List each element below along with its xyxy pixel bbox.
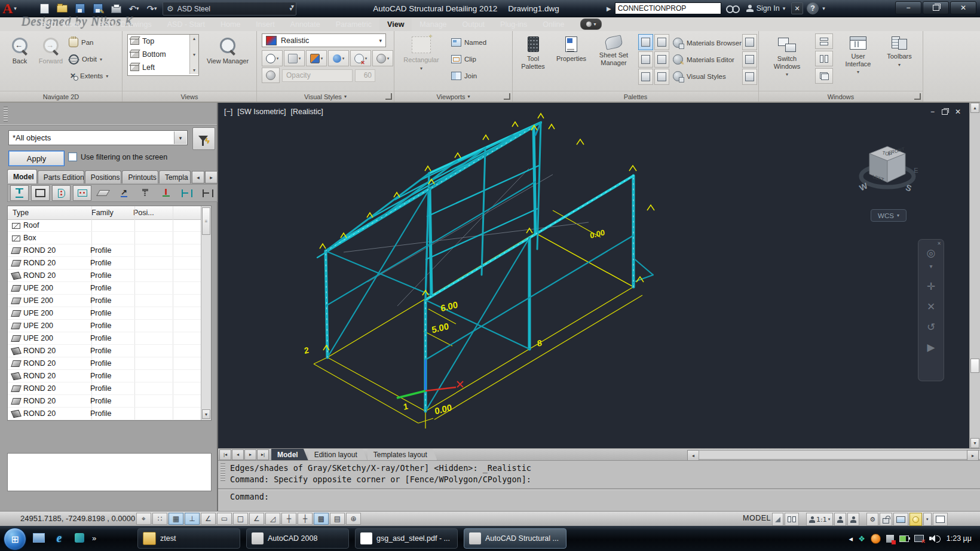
command-grip[interactable] [220, 463, 225, 481]
status-toggle-button[interactable]: ▦ [169, 513, 183, 525]
apply-button[interactable]: Apply [8, 151, 65, 166]
show-motion-icon[interactable]: ▶ [927, 342, 935, 353]
monochrome-button[interactable]: ▾ [372, 50, 393, 66]
dashboard-button[interactable] [638, 34, 653, 50]
visual-styles-palette-button[interactable]: Visual Styles [673, 68, 726, 84]
viewport-view-control[interactable]: [SW Isometric] [237, 108, 286, 116]
status-toggle-button[interactable]: ⊥ [185, 513, 200, 525]
column-header-family[interactable]: Family [91, 209, 133, 217]
battery-icon[interactable] [899, 535, 909, 542]
status-toggle-button[interactable]: ⌖ [136, 513, 151, 525]
clean-screen-button[interactable] [933, 513, 948, 526]
status-toggle-button[interactable]: ∠ [201, 513, 216, 525]
ribbon-tab[interactable]: ASD - Start [160, 18, 213, 31]
quickview-drawings-button[interactable] [785, 513, 799, 526]
hardware-accel-button[interactable] [893, 513, 908, 526]
viewport-style-control[interactable]: [Realistic] [291, 108, 323, 116]
ribbon-tab[interactable]: Manage [412, 18, 454, 31]
nav-orbit-icon[interactable]: ↺ [927, 322, 935, 332]
table-row[interactable]: UPE 200 Profile [8, 320, 201, 332]
face-color-button[interactable]: ▾ [306, 50, 327, 66]
design-center-button[interactable] [654, 69, 669, 85]
forward-button[interactable]: → Forward [33, 33, 68, 89]
dispatch-button[interactable]: ↗ [115, 185, 133, 201]
palette-grip[interactable] [4, 106, 8, 122]
extents-button[interactable]: ✕Extents▾ [67, 68, 110, 84]
ribbon-tab[interactable]: Online [535, 18, 572, 31]
table-scrollbar[interactable]: ≡ ▾ [201, 206, 211, 420]
scroll-up-icon[interactable]: ▴ [970, 103, 979, 113]
dialog-launcher-icon[interactable] [385, 93, 392, 100]
panel-label-windows[interactable]: Windows [759, 91, 923, 102]
markup-button[interactable] [654, 34, 669, 50]
last-layout-icon[interactable]: ▸| [257, 449, 269, 460]
show-groups-button[interactable] [198, 185, 217, 201]
external-refs-button[interactable] [638, 69, 653, 85]
table-row[interactable]: UPE 200 Profile [8, 307, 201, 320]
status-toggle-button[interactable]: ∷ [152, 513, 167, 525]
status-toggle-button[interactable]: ⊕ [346, 513, 361, 525]
table-row[interactable]: ROND 20 Profile [8, 270, 201, 282]
show-sheets-button[interactable] [94, 185, 112, 201]
tile-vertical-button[interactable] [815, 51, 833, 66]
horizontal-scrollbar[interactable] [699, 450, 980, 460]
ribbon-tab[interactable]: Output [455, 18, 493, 31]
sign-in-button[interactable]: Sign In ▾ [744, 4, 788, 13]
scrollbar-thumb[interactable]: ≡ [202, 207, 210, 235]
column-header-type[interactable]: Type [8, 209, 91, 217]
viewport-minimize-control[interactable]: [−] [224, 108, 232, 116]
prev-layout-icon[interactable]: ◂ [232, 449, 244, 460]
tab-scroll-left-icon[interactable]: ◂ [192, 171, 204, 183]
first-layout-icon[interactable]: |◂ [219, 449, 231, 460]
opacity-toggle-button[interactable] [262, 68, 280, 83]
exchange-apps-icon[interactable]: ✕ [791, 2, 803, 14]
viewport-vertical-scrollbar[interactable]: ▴ ▾ [969, 103, 980, 448]
cascade-button[interactable] [815, 68, 833, 84]
view-list-item[interactable]: Bottom [128, 48, 198, 61]
tray-expand-icon[interactable]: ◂ [849, 534, 853, 543]
orbit-button[interactable]: Orbit▾ [67, 51, 104, 67]
status-toggle-button[interactable]: □ [233, 513, 248, 525]
taskbar-button[interactable]: ztest [137, 528, 240, 549]
drawing-viewport[interactable]: [−] [SW Isometric] [Realistic] − ✕ 6.005… [218, 103, 969, 448]
infocenter-search-input[interactable] [615, 2, 721, 14]
object-filter-dropdown[interactable]: *All objects ▾ [8, 130, 188, 145]
dialog-launcher-icon[interactable] [504, 93, 510, 100]
tile-horizontal-button[interactable] [815, 33, 833, 49]
toolbar-lock-button[interactable] [880, 513, 892, 526]
shaded-button[interactable]: ▾ [328, 50, 349, 66]
show-boxes-button[interactable] [31, 185, 50, 201]
panel-label-views[interactable]: Views [122, 91, 256, 102]
tray-app-icon[interactable]: ❖ [858, 534, 865, 543]
table-row[interactable]: UPE 200 Profile [8, 332, 201, 345]
status-toggle-button[interactable]: ┼ [281, 513, 296, 525]
model-space-label[interactable]: MODEL [743, 514, 771, 522]
table-row[interactable]: ROND 20 Profile [8, 408, 201, 420]
materials-browser-button[interactable]: Materials Browser [673, 35, 742, 51]
named-viewport-button[interactable]: Named [449, 35, 488, 50]
table-row[interactable]: ROND 20 Profile [8, 370, 201, 382]
help-dropdown-icon[interactable]: ▾ [822, 5, 825, 11]
app-menu-button[interactable]: A ▾ [2, 1, 29, 16]
drawing-minimize-icon[interactable]: − [930, 108, 935, 116]
ribbon-tab[interactable]: ASD - Model [33, 18, 91, 31]
new-file-button[interactable] [37, 2, 51, 15]
user-interface-button[interactable]: User Interface ▾ [838, 33, 878, 89]
open-file-button[interactable] [55, 2, 69, 15]
workspace-switcher[interactable]: ⚙ ASD Steel ▾ [163, 2, 296, 16]
chevron-down-icon[interactable]: ▾ [136, 5, 139, 11]
xray-button[interactable]: ▾ [350, 50, 371, 66]
ribbon-tab[interactable]: Plug-ins [492, 18, 535, 31]
filter-button[interactable]: ϟ [192, 127, 215, 150]
table-row[interactable]: UPE 200 Profile [8, 282, 201, 295]
ribbon-tab[interactable]: ASD - Drawings [91, 18, 160, 31]
inspector-tab[interactable]: Printouts [122, 170, 158, 183]
opacity-slider[interactable]: Opacity [282, 69, 353, 82]
join-viewport-button[interactable]: Join [449, 68, 479, 84]
quickcalc-list-button[interactable] [638, 51, 653, 68]
show-frames-button[interactable] [177, 185, 196, 201]
chevron-down-icon[interactable]: ▾ [929, 261, 932, 271]
panel-label-viewports[interactable]: Viewports▾ [394, 91, 512, 102]
wcs-button[interactable]: WCS▾ [871, 209, 906, 222]
panel-label-visual-styles[interactable]: Visual Styles▾ [257, 91, 394, 102]
